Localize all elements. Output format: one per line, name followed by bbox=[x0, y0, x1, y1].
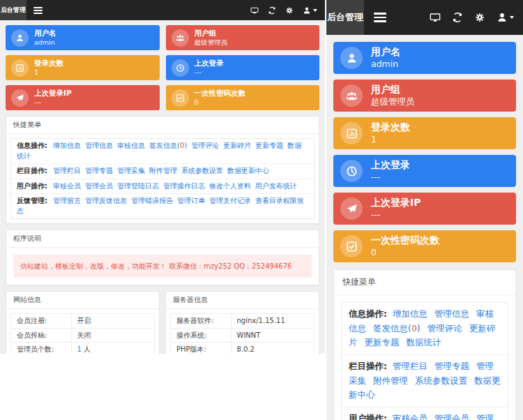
table-row: 服务器软件: nginx/1.15.11 bbox=[171, 314, 314, 329]
quick-link[interactable]: 系统参数设置 bbox=[181, 167, 223, 174]
info-label: 会员投稿: bbox=[11, 328, 72, 343]
quick-menu-row: 信息操作:增加信息管理信息审核信息签发信息(0)管理评论更新碎片更新专题数据统计 bbox=[342, 303, 508, 355]
info-label: 管理员个数: bbox=[11, 343, 72, 354]
quick-link[interactable]: 数据统计 bbox=[407, 337, 441, 347]
quick-link[interactable]: 管理错误报告 bbox=[131, 197, 173, 204]
table-row: 会员投稿: 关闭 bbox=[11, 328, 155, 343]
desktop-view: 后台管理 bbox=[0, 0, 325, 354]
stat-card-value: 0 bbox=[195, 98, 246, 107]
info-panels-row: 网站信息 会员注册: 开启 会员投稿: 关闭 管 bbox=[6, 291, 319, 354]
info-value: 开启 bbox=[71, 314, 154, 329]
quick-link[interactable]: 增加信息 bbox=[53, 142, 81, 149]
stat-card-text: 一次性密码次数 0 bbox=[195, 89, 246, 107]
stat-card: 一次性密码次数 0 bbox=[166, 85, 320, 110]
stat-card-text: 登录次数 1 bbox=[371, 121, 410, 146]
quick-menu-row: 信息操作:增加信息管理信息审核信息签发信息(0)管理评论更新碎片更新专题数据统计 bbox=[11, 139, 314, 164]
panel-title: 网站信息 bbox=[6, 292, 159, 309]
app-brand[interactable]: 后台管理 bbox=[326, 0, 364, 35]
quick-link[interactable]: 管理留言 bbox=[53, 197, 81, 204]
quick-menu-category: 信息操作: bbox=[17, 142, 47, 149]
table-row: 会员注册: 开启 bbox=[11, 314, 155, 329]
quick-link[interactable]: 更新专题 bbox=[365, 337, 400, 347]
quick-link[interactable]: 附件管理 bbox=[373, 375, 408, 386]
site-info-panel: 网站信息 会员注册: 开启 会员投稿: 关闭 管 bbox=[6, 291, 160, 354]
quick-menu-row: 用户操作:审核会员管理会员管理登陆日志管理操作日志修改个人资料用户发布统计 bbox=[11, 179, 314, 195]
stat-card-text: 一次性密码次数 0 bbox=[371, 234, 439, 259]
stat-card-text: 登录次数 1 bbox=[34, 59, 63, 77]
quick-link[interactable]: 管理栏目 bbox=[53, 167, 81, 174]
stat-card-title: 上次登录 bbox=[371, 158, 410, 172]
refresh-icon[interactable] bbox=[268, 6, 276, 15]
mobile-content: 用户名 admin 用户组 bbox=[326, 35, 523, 420]
table-row: 操作系统: WINNT bbox=[171, 328, 314, 343]
user-menu[interactable] bbox=[303, 6, 317, 15]
quick-link[interactable]: 管理评论 bbox=[191, 142, 219, 149]
quick-link[interactable]: 管理信息 bbox=[434, 308, 469, 319]
info-value: 1 人 bbox=[71, 343, 154, 354]
stat-card-text: 用户组 超级管理员 bbox=[371, 83, 415, 108]
quick-link[interactable]: 更新专题 bbox=[255, 142, 283, 149]
stat-card-text: 用户名 admin bbox=[34, 29, 56, 47]
stat-card-value: 1 bbox=[371, 134, 410, 146]
stat-card-icon bbox=[11, 29, 29, 47]
stat-card-title: 上次登录 bbox=[195, 59, 224, 68]
quick-link[interactable]: 管理会员 bbox=[434, 413, 469, 420]
gear-icon[interactable] bbox=[474, 12, 485, 23]
chevron-down-icon bbox=[313, 9, 317, 12]
stat-card-icon bbox=[172, 59, 189, 77]
quick-link[interactable]: 管理采集 bbox=[117, 167, 145, 174]
app-brand[interactable]: 后台管理 bbox=[0, 0, 26, 20]
quick-link[interactable]: 签发信息(0) bbox=[373, 323, 420, 333]
stat-card-value: 超级管理员 bbox=[371, 96, 415, 108]
stat-card-title: 用户名 bbox=[371, 45, 400, 59]
menu-toggle-icon[interactable] bbox=[374, 0, 386, 35]
quick-link[interactable]: 修改个人资料 bbox=[209, 182, 251, 190]
stat-card-text: 上次登录IP --- bbox=[34, 89, 72, 107]
quick-link[interactable]: 增加信息 bbox=[393, 308, 427, 319]
quick-link[interactable]: 管理反馈信息 bbox=[85, 197, 127, 204]
stat-card-title: 登录次数 bbox=[371, 121, 410, 134]
user-menu[interactable] bbox=[497, 12, 514, 23]
stat-card: 登录次数 1 bbox=[333, 117, 516, 149]
quick-link[interactable]: 审核会员 bbox=[53, 182, 81, 190]
quick-link[interactable]: 管理订单 bbox=[177, 197, 205, 204]
mobile-view: 后台管理 bbox=[326, 0, 523, 420]
quick-menu-panel: 快捷菜单 信息操作:增加信息管理信息审核信息签发信息(0)管理评论更新碎片更新专… bbox=[6, 116, 319, 224]
stat-card-value: --- bbox=[34, 98, 72, 107]
quick-link[interactable]: 审核信息 bbox=[117, 142, 145, 149]
refresh-icon[interactable] bbox=[452, 12, 463, 23]
stat-card: 登录次数 1 bbox=[6, 55, 160, 80]
quick-link[interactable]: 管理信息 bbox=[85, 142, 113, 149]
info-value: nginx/1.15.11 bbox=[231, 314, 314, 329]
quick-link[interactable]: 管理专题 bbox=[85, 167, 113, 174]
quick-link[interactable]: 管理操作日志 bbox=[163, 182, 205, 190]
quick-link[interactable]: 审核会员 bbox=[393, 413, 427, 420]
stat-card-icon bbox=[11, 59, 29, 77]
gear-icon[interactable] bbox=[285, 6, 294, 15]
quick-menu-category: 反馈管理: bbox=[17, 197, 47, 204]
quick-link[interactable]: 管理支付记录 bbox=[209, 197, 251, 204]
quick-link[interactable]: 更新碎片 bbox=[223, 142, 251, 149]
stat-card-title: 登录次数 bbox=[34, 59, 63, 68]
quick-link[interactable]: 管理会员 bbox=[85, 182, 113, 190]
quick-link[interactable]: 数据更新中心 bbox=[227, 167, 269, 174]
monitor-icon[interactable] bbox=[430, 12, 441, 23]
monitor-icon[interactable] bbox=[250, 6, 259, 15]
composite-screenshot: 后台管理 bbox=[0, 0, 523, 420]
quick-link[interactable]: 管理登陆日志 bbox=[117, 182, 159, 190]
quick-link[interactable]: 管理栏目 bbox=[393, 361, 427, 371]
quick-link[interactable]: 签发信息(0) bbox=[149, 142, 187, 149]
quick-link[interactable]: 用户发布统计 bbox=[255, 182, 297, 190]
stat-card: 用户组 超级管理员 bbox=[166, 25, 320, 50]
quick-menu-panel: 快捷菜单 信息操作:增加信息管理信息审核信息签发信息(0)管理评论更新碎片更新专… bbox=[333, 269, 516, 420]
quick-link[interactable]: 系统参数设置 bbox=[415, 375, 467, 386]
quick-link[interactable]: 管理专题 bbox=[434, 361, 469, 371]
table-row: 管理员个数: 1 人 bbox=[11, 343, 155, 354]
quick-link[interactable]: 管理评论 bbox=[427, 323, 462, 333]
stat-card: 上次登录 --- bbox=[333, 155, 516, 187]
stat-card-icon bbox=[340, 160, 363, 182]
stat-card-title: 一次性密码次数 bbox=[195, 89, 246, 98]
menu-toggle-icon[interactable] bbox=[33, 0, 43, 20]
quick-link[interactable]: 附件管理 bbox=[149, 167, 177, 174]
quick-menu-list: 信息操作:增加信息管理信息审核信息签发信息(0)管理评论更新碎片更新专题数据统计… bbox=[341, 302, 508, 420]
